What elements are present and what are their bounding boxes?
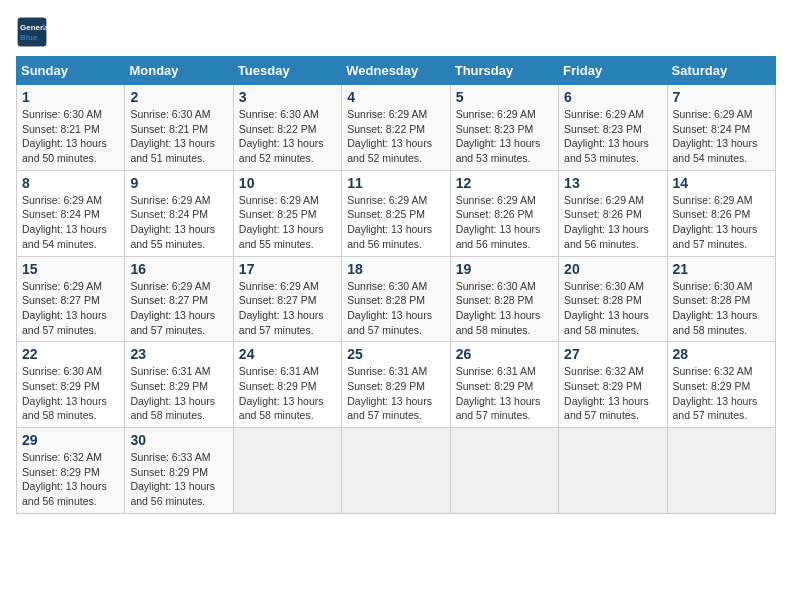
day-number: 30 bbox=[130, 432, 227, 448]
calendar-cell: 23 Sunrise: 6:31 AM Sunset: 8:29 PM Dayl… bbox=[125, 342, 233, 428]
calendar-cell: 22 Sunrise: 6:30 AM Sunset: 8:29 PM Dayl… bbox=[17, 342, 125, 428]
day-info: Sunrise: 6:29 AM Sunset: 8:27 PM Dayligh… bbox=[22, 280, 107, 336]
calendar-body: 1 Sunrise: 6:30 AM Sunset: 8:21 PM Dayli… bbox=[17, 85, 776, 514]
day-number: 20 bbox=[564, 261, 661, 277]
calendar-cell bbox=[559, 428, 667, 514]
day-info: Sunrise: 6:32 AM Sunset: 8:29 PM Dayligh… bbox=[564, 365, 649, 421]
calendar-cell: 11 Sunrise: 6:29 AM Sunset: 8:25 PM Dayl… bbox=[342, 170, 450, 256]
calendar-cell: 7 Sunrise: 6:29 AM Sunset: 8:24 PM Dayli… bbox=[667, 85, 775, 171]
column-header-tuesday: Tuesday bbox=[233, 57, 341, 85]
day-number: 5 bbox=[456, 89, 553, 105]
calendar-cell: 29 Sunrise: 6:32 AM Sunset: 8:29 PM Dayl… bbox=[17, 428, 125, 514]
day-info: Sunrise: 6:31 AM Sunset: 8:29 PM Dayligh… bbox=[239, 365, 324, 421]
day-number: 25 bbox=[347, 346, 444, 362]
day-number: 11 bbox=[347, 175, 444, 191]
calendar-table: SundayMondayTuesdayWednesdayThursdayFrid… bbox=[16, 56, 776, 514]
day-info: Sunrise: 6:31 AM Sunset: 8:29 PM Dayligh… bbox=[456, 365, 541, 421]
day-info: Sunrise: 6:29 AM Sunset: 8:25 PM Dayligh… bbox=[347, 194, 432, 250]
calendar-cell: 15 Sunrise: 6:29 AM Sunset: 8:27 PM Dayl… bbox=[17, 256, 125, 342]
day-number: 12 bbox=[456, 175, 553, 191]
day-info: Sunrise: 6:32 AM Sunset: 8:29 PM Dayligh… bbox=[673, 365, 758, 421]
calendar-cell bbox=[342, 428, 450, 514]
day-info: Sunrise: 6:30 AM Sunset: 8:28 PM Dayligh… bbox=[456, 280, 541, 336]
day-info: Sunrise: 6:31 AM Sunset: 8:29 PM Dayligh… bbox=[130, 365, 215, 421]
calendar-cell bbox=[233, 428, 341, 514]
day-number: 14 bbox=[673, 175, 770, 191]
day-number: 4 bbox=[347, 89, 444, 105]
day-number: 28 bbox=[673, 346, 770, 362]
day-number: 18 bbox=[347, 261, 444, 277]
day-info: Sunrise: 6:29 AM Sunset: 8:25 PM Dayligh… bbox=[239, 194, 324, 250]
calendar-cell: 26 Sunrise: 6:31 AM Sunset: 8:29 PM Dayl… bbox=[450, 342, 558, 428]
calendar-cell: 25 Sunrise: 6:31 AM Sunset: 8:29 PM Dayl… bbox=[342, 342, 450, 428]
calendar-cell: 4 Sunrise: 6:29 AM Sunset: 8:22 PM Dayli… bbox=[342, 85, 450, 171]
day-number: 3 bbox=[239, 89, 336, 105]
calendar-cell: 9 Sunrise: 6:29 AM Sunset: 8:24 PM Dayli… bbox=[125, 170, 233, 256]
calendar-cell: 27 Sunrise: 6:32 AM Sunset: 8:29 PM Dayl… bbox=[559, 342, 667, 428]
day-number: 22 bbox=[22, 346, 119, 362]
day-number: 9 bbox=[130, 175, 227, 191]
day-number: 10 bbox=[239, 175, 336, 191]
calendar-cell: 17 Sunrise: 6:29 AM Sunset: 8:27 PM Dayl… bbox=[233, 256, 341, 342]
day-number: 21 bbox=[673, 261, 770, 277]
week-row-2: 8 Sunrise: 6:29 AM Sunset: 8:24 PM Dayli… bbox=[17, 170, 776, 256]
week-row-3: 15 Sunrise: 6:29 AM Sunset: 8:27 PM Dayl… bbox=[17, 256, 776, 342]
day-number: 16 bbox=[130, 261, 227, 277]
column-header-wednesday: Wednesday bbox=[342, 57, 450, 85]
day-number: 8 bbox=[22, 175, 119, 191]
calendar-cell: 14 Sunrise: 6:29 AM Sunset: 8:26 PM Dayl… bbox=[667, 170, 775, 256]
day-number: 15 bbox=[22, 261, 119, 277]
calendar-cell: 13 Sunrise: 6:29 AM Sunset: 8:26 PM Dayl… bbox=[559, 170, 667, 256]
day-number: 19 bbox=[456, 261, 553, 277]
calendar-cell: 2 Sunrise: 6:30 AM Sunset: 8:21 PM Dayli… bbox=[125, 85, 233, 171]
column-header-thursday: Thursday bbox=[450, 57, 558, 85]
day-number: 6 bbox=[564, 89, 661, 105]
day-number: 24 bbox=[239, 346, 336, 362]
day-number: 26 bbox=[456, 346, 553, 362]
calendar-cell: 1 Sunrise: 6:30 AM Sunset: 8:21 PM Dayli… bbox=[17, 85, 125, 171]
svg-text:Blue: Blue bbox=[20, 33, 38, 42]
day-number: 29 bbox=[22, 432, 119, 448]
calendar-cell: 28 Sunrise: 6:32 AM Sunset: 8:29 PM Dayl… bbox=[667, 342, 775, 428]
calendar-cell: 16 Sunrise: 6:29 AM Sunset: 8:27 PM Dayl… bbox=[125, 256, 233, 342]
day-info: Sunrise: 6:33 AM Sunset: 8:29 PM Dayligh… bbox=[130, 451, 215, 507]
logo: General Blue bbox=[16, 16, 52, 48]
calendar-cell: 24 Sunrise: 6:31 AM Sunset: 8:29 PM Dayl… bbox=[233, 342, 341, 428]
day-info: Sunrise: 6:30 AM Sunset: 8:28 PM Dayligh… bbox=[564, 280, 649, 336]
week-row-1: 1 Sunrise: 6:30 AM Sunset: 8:21 PM Dayli… bbox=[17, 85, 776, 171]
day-info: Sunrise: 6:29 AM Sunset: 8:24 PM Dayligh… bbox=[130, 194, 215, 250]
day-info: Sunrise: 6:29 AM Sunset: 8:23 PM Dayligh… bbox=[456, 108, 541, 164]
calendar-cell: 19 Sunrise: 6:30 AM Sunset: 8:28 PM Dayl… bbox=[450, 256, 558, 342]
week-row-4: 22 Sunrise: 6:30 AM Sunset: 8:29 PM Dayl… bbox=[17, 342, 776, 428]
day-number: 17 bbox=[239, 261, 336, 277]
day-number: 27 bbox=[564, 346, 661, 362]
week-row-5: 29 Sunrise: 6:32 AM Sunset: 8:29 PM Dayl… bbox=[17, 428, 776, 514]
day-number: 2 bbox=[130, 89, 227, 105]
calendar-cell: 12 Sunrise: 6:29 AM Sunset: 8:26 PM Dayl… bbox=[450, 170, 558, 256]
calendar-cell: 8 Sunrise: 6:29 AM Sunset: 8:24 PM Dayli… bbox=[17, 170, 125, 256]
day-info: Sunrise: 6:29 AM Sunset: 8:24 PM Dayligh… bbox=[673, 108, 758, 164]
calendar-cell: 3 Sunrise: 6:30 AM Sunset: 8:22 PM Dayli… bbox=[233, 85, 341, 171]
day-info: Sunrise: 6:30 AM Sunset: 8:29 PM Dayligh… bbox=[22, 365, 107, 421]
column-header-saturday: Saturday bbox=[667, 57, 775, 85]
logo-icon: General Blue bbox=[16, 16, 48, 48]
column-header-friday: Friday bbox=[559, 57, 667, 85]
day-info: Sunrise: 6:30 AM Sunset: 8:22 PM Dayligh… bbox=[239, 108, 324, 164]
calendar-cell: 10 Sunrise: 6:29 AM Sunset: 8:25 PM Dayl… bbox=[233, 170, 341, 256]
day-info: Sunrise: 6:32 AM Sunset: 8:29 PM Dayligh… bbox=[22, 451, 107, 507]
calendar-cell: 30 Sunrise: 6:33 AM Sunset: 8:29 PM Dayl… bbox=[125, 428, 233, 514]
day-number: 13 bbox=[564, 175, 661, 191]
day-info: Sunrise: 6:29 AM Sunset: 8:27 PM Dayligh… bbox=[130, 280, 215, 336]
day-info: Sunrise: 6:30 AM Sunset: 8:21 PM Dayligh… bbox=[130, 108, 215, 164]
day-info: Sunrise: 6:29 AM Sunset: 8:27 PM Dayligh… bbox=[239, 280, 324, 336]
header: General Blue bbox=[16, 16, 776, 48]
day-number: 23 bbox=[130, 346, 227, 362]
calendar-cell bbox=[450, 428, 558, 514]
day-info: Sunrise: 6:31 AM Sunset: 8:29 PM Dayligh… bbox=[347, 365, 432, 421]
calendar-cell bbox=[667, 428, 775, 514]
column-header-monday: Monday bbox=[125, 57, 233, 85]
calendar-header: SundayMondayTuesdayWednesdayThursdayFrid… bbox=[17, 57, 776, 85]
day-info: Sunrise: 6:30 AM Sunset: 8:21 PM Dayligh… bbox=[22, 108, 107, 164]
day-info: Sunrise: 6:29 AM Sunset: 8:24 PM Dayligh… bbox=[22, 194, 107, 250]
calendar-cell: 21 Sunrise: 6:30 AM Sunset: 8:28 PM Dayl… bbox=[667, 256, 775, 342]
